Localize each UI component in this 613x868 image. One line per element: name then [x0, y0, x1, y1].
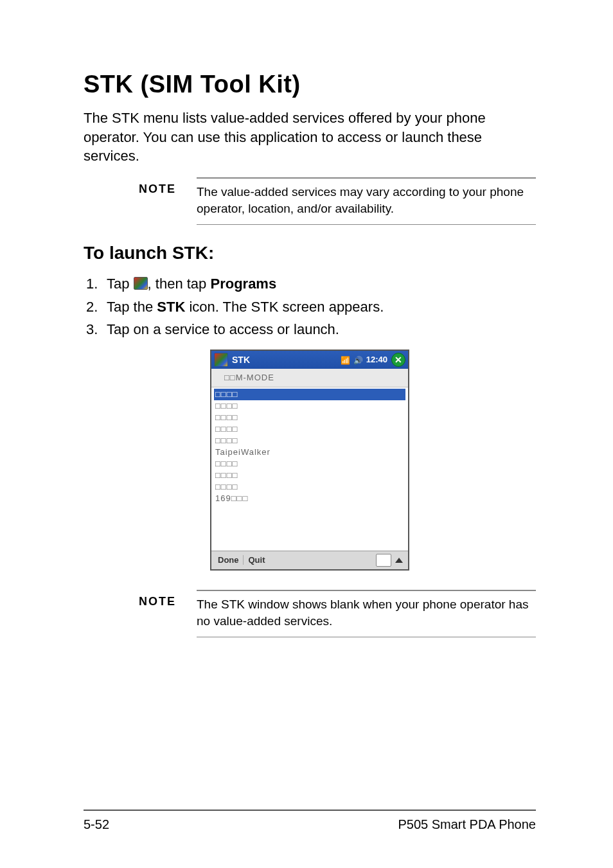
- note-label: NOTE: [139, 590, 197, 608]
- pda-service-list: □□□□ □□□□ □□□□ □□□□ □□□□ TaipeiWalker □□…: [211, 387, 408, 551]
- pda-screenshot: STK 12:40 ✕ □□M-MODE □□□□ □□□□ □□□□ □□□□…: [84, 350, 536, 571]
- step-3: Tap on a service to access or launch.: [84, 318, 536, 341]
- signal-icon: [341, 355, 350, 364]
- step-3-text: Tap on a service to access or launch.: [107, 321, 339, 337]
- list-item[interactable]: □□□□: [214, 481, 405, 493]
- note-block-2: NOTE The STK window shows blank when you…: [139, 590, 536, 637]
- note-text: The value-added services may vary accord…: [197, 177, 536, 225]
- list-item[interactable]: □□□□: [214, 389, 405, 400]
- step-1-text-a: Tap: [107, 276, 134, 292]
- pda-clock: 12:40: [366, 355, 387, 364]
- step-2-stk: STK: [157, 299, 185, 315]
- start-icon: [134, 277, 148, 290]
- start-flag-icon[interactable]: [214, 353, 228, 367]
- list-item[interactable]: □□□□: [214, 435, 405, 447]
- steps-list: Tap , then tap Programs Tap the STK icon…: [84, 272, 536, 341]
- step-2-text-a: Tap the: [107, 299, 157, 315]
- quit-button[interactable]: Quit: [245, 555, 269, 565]
- list-item[interactable]: □□□□: [214, 470, 405, 481]
- list-item[interactable]: 169□□□: [214, 493, 405, 504]
- page-heading: STK (SIM Tool Kit): [84, 71, 536, 98]
- footer-rule: [84, 810, 536, 811]
- pda-app-title: STK: [232, 355, 341, 365]
- step-2: Tap the STK icon. The STK screen appears…: [84, 296, 536, 318]
- list-item[interactable]: □□□□: [214, 423, 405, 435]
- close-icon[interactable]: ✕: [391, 353, 405, 367]
- list-item[interactable]: □□□□: [214, 458, 405, 470]
- arrow-up-icon[interactable]: [395, 558, 403, 563]
- page-number: 5-52: [84, 817, 109, 832]
- list-item[interactable]: □□□□: [214, 400, 405, 412]
- pda-title-bar: STK 12:40 ✕: [211, 351, 408, 369]
- done-button[interactable]: Done: [214, 555, 244, 565]
- pda-footer-bar: Done Quit: [211, 551, 408, 569]
- step-2-text-c: icon. The STK screen appears.: [185, 299, 384, 315]
- page-footer: 5-52 P505 Smart PDA Phone: [84, 810, 536, 832]
- speaker-icon: [353, 355, 362, 364]
- note-block-1: NOTE The value-added services may vary a…: [139, 177, 536, 225]
- keyboard-icon[interactable]: [376, 554, 391, 567]
- pda-window: STK 12:40 ✕ □□M-MODE □□□□ □□□□ □□□□ □□□□…: [210, 350, 409, 571]
- intro-paragraph: The STK menu lists value-added services …: [84, 109, 533, 166]
- step-1: Tap , then tap Programs: [84, 272, 536, 295]
- pda-status-icons: 12:40 ✕: [341, 353, 408, 367]
- list-item[interactable]: □□□□: [214, 412, 405, 423]
- list-item[interactable]: TaipeiWalker: [214, 447, 405, 458]
- note-label: NOTE: [139, 177, 197, 196]
- step-1-programs: Programs: [210, 276, 276, 292]
- step-1-text-b: , then tap: [148, 276, 211, 292]
- pda-subheader: □□M-MODE: [211, 369, 408, 387]
- product-name: P505 Smart PDA Phone: [398, 817, 536, 832]
- section-heading: To launch STK:: [84, 243, 536, 263]
- note-text: The STK window shows blank when your pho…: [197, 590, 536, 637]
